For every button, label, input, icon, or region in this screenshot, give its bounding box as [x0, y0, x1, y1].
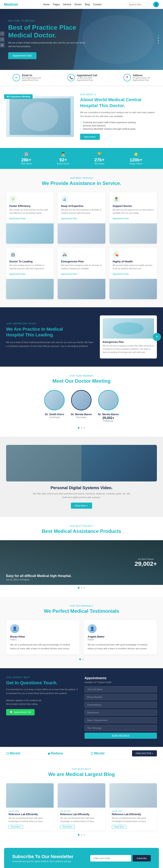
doctor-name-1: Dr. Smith Kiero [44, 413, 64, 416]
stat-happy: ⭐ 120k+ Happy Patient [130, 152, 142, 165]
blog-image-3 [109, 783, 157, 808]
contact-list-item-1: Attention applies to the medical call [6, 699, 78, 702]
social-icon-1[interactable]: f [0, 31, 4, 36]
about-image-wrap: 40+ Experience Working [6, 96, 74, 137]
hero-dot-3[interactable] [158, 40, 159, 41]
testimonial-dot-2[interactable] [82, 658, 84, 660]
form-submit-button[interactable]: SEND MESSAGE [85, 733, 157, 739]
service-card-5: 🚑 Emergencies Plan We have best emergenc… [58, 248, 105, 299]
product-dot-3[interactable] [84, 587, 85, 589]
service-link-5[interactable]: Appointment Now [61, 273, 77, 275]
service-title-2: Deep of Expertise [61, 205, 102, 208]
service-card-4: 🏥 Doctor To Leading We have leading doct… [6, 248, 54, 299]
service-icon-2: 🔬 [61, 195, 68, 203]
form-department-input[interactable] [85, 710, 157, 716]
nav-link-blog[interactable]: Blog [85, 3, 90, 6]
doctors-number: 92+ [57, 157, 69, 163]
social-icon-2[interactable]: t [0, 37, 4, 42]
products-dots-nav [0, 587, 163, 589]
nav-link-service[interactable]: Service [63, 3, 71, 6]
blog-header: Our Blog Next We are Medical Largest Blo… [6, 768, 157, 777]
nav-link-pages[interactable]: Pages [53, 3, 60, 6]
blog-post-title-1: Reference Lab Efficiently [8, 813, 51, 816]
contact-description: It is important for us to keep contact o… [6, 687, 78, 695]
nav-link-doctor[interactable]: Doctor [74, 3, 82, 6]
service-desc-3: We give you all support from our best do… [113, 208, 154, 215]
nav-link-contact[interactable]: Contact [93, 3, 102, 6]
service-link-6[interactable]: Appointment Now [113, 273, 129, 275]
practice-card-wrap: Emergencies Plan We are the best emergen… [100, 315, 157, 359]
doctor-dot-1[interactable] [78, 427, 79, 429]
about-list: Fostering and expert staff of best exper… [80, 121, 157, 130]
brand-logo-3: ⬡ Moretz [90, 751, 105, 755]
hero-dots [158, 35, 159, 44]
blog-dot-1[interactable] [78, 834, 79, 836]
newsletter-section: Subscribe To Our Newsletter Subscribe an… [4, 848, 159, 868]
blog-link-1[interactable]: Read More [8, 825, 23, 829]
nav-link-home[interactable]: Home [43, 3, 50, 6]
service-link-4[interactable]: Appointment Now [9, 273, 25, 275]
service-title-3: Support Doctor [113, 205, 154, 208]
services-section: Our Best Service We Provide Assistance i… [0, 169, 163, 307]
blog-body-3: Jun 20, 2021 Reference Lab Efficiently W… [109, 808, 157, 831]
form-message-input[interactable] [85, 725, 157, 731]
products-hero-wrap: Easy for all difficult Medical high Hosp… [0, 540, 163, 589]
practice-content: Our Laboratory Place We Are Practice In … [6, 322, 94, 351]
form-name-input[interactable] [85, 686, 157, 692]
social-icon-3[interactable]: in [0, 43, 4, 48]
about-more-button[interactable]: About More [80, 134, 100, 140]
newsletter-form: Subscribe [90, 855, 151, 862]
doctor-name-3: Dr. Nerela Baron [98, 413, 119, 416]
products-hero: Easy for all difficult Medical high Hosp… [0, 540, 163, 585]
whatsapp-button[interactable]: 💬 Appointment Call [6, 709, 35, 715]
stats-section: 🏥 28k+ Total Patient 👨‍⚕️ 92+ Expert Doc… [0, 148, 163, 169]
info-cards: ✉ Email Us admin@medinol.com Appointment… [0, 70, 163, 85]
products-counter: Our Best Projects 29,002+ [135, 558, 157, 567]
happy-number: 120k+ [130, 157, 142, 163]
contact-section: Our Contact Best Get In Questions Touch.… [0, 668, 163, 747]
blog-link-2[interactable]: Read More [60, 825, 75, 829]
service-image-1 [6, 223, 54, 244]
find-doctor-button[interactable]: FIND DOCTOR > [132, 750, 157, 756]
form-date-input[interactable] [85, 717, 157, 723]
testimonial-dot-1[interactable] [79, 658, 81, 660]
blog-dot-2[interactable] [81, 834, 82, 836]
doctor-dot-2[interactable] [81, 427, 82, 429]
doctor-dot-3[interactable] [84, 427, 85, 429]
service-link-3[interactable]: Appointment Now [113, 217, 129, 220]
service-icon-6: 💊 [113, 251, 120, 258]
hero-image [73, 9, 163, 70]
blog-link-3[interactable]: Read More [112, 825, 126, 829]
service-icon-5: 🚑 [61, 251, 68, 258]
nav-right: 👤 [127, 2, 159, 7]
doctor-avatar-1 [44, 390, 64, 410]
service-link-1[interactable]: Appointment Now [9, 217, 25, 220]
form-phone-input[interactable] [85, 694, 157, 700]
newsletter-subscribe-button[interactable]: Subscribe [133, 855, 151, 862]
about-desc-1: We are committed to providing best medic… [80, 111, 157, 118]
appointment-button[interactable]: Appointment Now [8, 52, 36, 59]
blog-section: Our Blog Next We are Medical Largest Blo… [0, 760, 163, 844]
patients-icon: 🏥 [21, 152, 32, 156]
services-header: Our Best Service We Provide Assistance i… [6, 177, 157, 186]
newsletter-email-input[interactable] [90, 855, 131, 862]
product-dot-1[interactable] [78, 587, 79, 589]
form-email-input[interactable] [85, 702, 157, 708]
blog-dot-3[interactable] [84, 834, 85, 836]
stat-awards: 🏆 27k+ Win Award [94, 152, 105, 165]
practice-card: Emergencies Plan We are the best emergen… [100, 315, 157, 359]
video-read-more-button[interactable]: Read More > [71, 503, 92, 509]
user-icon[interactable]: 👤 [153, 2, 159, 7]
search-input[interactable] [127, 2, 151, 6]
form-title: Appointments [85, 676, 157, 680]
doctor-role-1: Cardiologist [44, 416, 64, 418]
products-header: Our Best Project Best Medical Assistance… [0, 525, 163, 534]
hero-dot-4[interactable] [158, 42, 159, 44]
doctors-header: Our Team Member Meet Our Doctor Meeting [6, 375, 157, 384]
hero-dot-2[interactable] [158, 38, 159, 39]
contact-title: Get In Questions Touch. [6, 680, 78, 685]
service-link-2[interactable]: Appointment Now [61, 217, 77, 220]
product-dot-2[interactable] [81, 587, 82, 589]
address-detail: 56 grove street, NY [133, 77, 151, 79]
hero-dot-1[interactable] [158, 35, 159, 36]
